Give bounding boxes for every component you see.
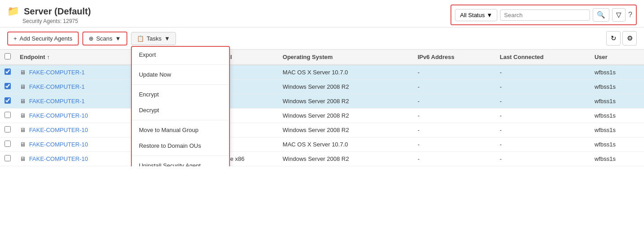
scans-button[interactable]: ⊕ Scans ▼: [82, 32, 127, 46]
header-right-controls: All Status ▼ 🔍 ▽ ?: [450, 5, 637, 25]
th-user[interactable]: User: [590, 50, 644, 65]
row-last-connected: -: [495, 123, 590, 137]
tasks-button-wrap: 📋 Tasks ▼ Export Update Now Encrypt Decr…: [131, 32, 176, 45]
row-checkbox[interactable]: [5, 155, 11, 161]
row-user: wfbss1s: [590, 152, 644, 166]
row-user: wfbss1s: [590, 65, 644, 80]
row-ipv6: -: [413, 109, 495, 123]
folder-icon: 📁: [7, 5, 19, 17]
header-left: 📁 Server (Default) Security Agents: 1297…: [7, 5, 91, 24]
tasks-menu-item-decrypt[interactable]: Decrypt: [132, 102, 229, 118]
endpoint-link[interactable]: FAKE-COMPUTER-1: [29, 69, 85, 76]
th-last-connected[interactable]: Last Connected: [495, 50, 590, 65]
endpoint-link[interactable]: FAKE-COMPUTER-10: [29, 127, 88, 133]
tasks-btn-label: Tasks: [147, 35, 162, 42]
search-input[interactable]: [504, 12, 576, 18]
row-os: MAC OS X Server 10.7.0: [278, 137, 413, 152]
chevron-down-icon: ▼: [486, 12, 492, 18]
refresh-button[interactable]: ↻: [606, 31, 621, 46]
row-user: wfbss1s: [590, 123, 644, 137]
endpoint-link[interactable]: FAKE-COMPUTER-1: [29, 98, 85, 105]
table-row: 🖥 FAKE-COMPUTER-10 Mac MAC OS X Server 1…: [0, 137, 644, 152]
row-last-connected: -: [495, 65, 590, 80]
search-input-wrap: [500, 9, 590, 21]
endpoint-link[interactable]: FAKE-COMPUTER-10: [29, 112, 88, 119]
settings-icon: ⚙: [627, 34, 633, 42]
row-checkbox[interactable]: [5, 141, 11, 147]
table-row: 🖥 FAKE-COMPUTER-1 Windows Windows Server…: [0, 94, 644, 109]
row-ipv6: -: [413, 65, 495, 80]
row-last-connected: -: [495, 152, 590, 166]
endpoint-link[interactable]: FAKE-COMPUTER-10: [29, 155, 88, 162]
tasks-chevron-icon: ▼: [164, 35, 170, 42]
row-last-connected: -: [495, 94, 590, 109]
row-os: Windows Server 2008 R2: [278, 94, 413, 109]
filter-button[interactable]: ▽: [612, 8, 626, 22]
tasks-menu-item-restore-domain[interactable]: Restore to Domain OUs: [132, 138, 229, 154]
status-dropdown[interactable]: All Status ▼: [455, 9, 497, 21]
row-checkbox[interactable]: [5, 83, 11, 89]
table-header-row: Endpoint ↑ Type Label Operating System I…: [0, 50, 644, 65]
help-icon: ?: [628, 11, 632, 18]
add-btn-label: Add Security Agents: [20, 35, 72, 42]
row-user: wfbss1s: [590, 94, 644, 109]
table-row: 🖥 FAKE-COMPUTER-1 Mac MAC OS X Server 10…: [0, 65, 644, 80]
th-os[interactable]: Operating System: [278, 50, 413, 65]
row-checkbox[interactable]: [5, 126, 11, 132]
table-row: 🖥 FAKE-COMPUTER-1 Windows Windows Server…: [0, 80, 644, 94]
row-checkbox-cell: [0, 94, 15, 109]
scans-btn-label: Scans: [96, 35, 113, 42]
tasks-menu-item-encrypt[interactable]: Encrypt: [132, 87, 229, 102]
row-checkbox-cell: [0, 109, 15, 123]
tasks-icon: 📋: [137, 35, 144, 42]
row-os: Windows Server 2008 R2: [278, 109, 413, 123]
computer-icon: 🖥: [20, 155, 26, 162]
th-ipv6[interactable]: IPv6 Address: [413, 50, 495, 65]
endpoint-link[interactable]: FAKE-COMPUTER-10: [29, 141, 88, 148]
tasks-menu-item-export[interactable]: Export: [132, 47, 229, 63]
row-last-connected: -: [495, 109, 590, 123]
settings-button[interactable]: ⚙: [622, 31, 637, 46]
tasks-menu-item-update-now[interactable]: Update Now: [132, 67, 229, 82]
th-checkbox: [0, 50, 15, 65]
scans-icon: ⊕: [89, 35, 94, 42]
tasks-button[interactable]: 📋 Tasks ▼: [131, 32, 176, 45]
sort-arrow-icon: ↑: [47, 54, 50, 60]
table-row: 🖥 FAKE-COMPUTER-10 Windows Offline x86 W…: [0, 152, 644, 166]
row-user: wfbss1s: [590, 137, 644, 152]
row-os: Windows Server 2008 R2: [278, 80, 413, 94]
row-ipv6: -: [413, 94, 495, 109]
status-dropdown-label: All Status: [460, 12, 485, 18]
help-button[interactable]: ?: [628, 11, 632, 19]
row-last-connected: -: [495, 137, 590, 152]
tasks-dropdown-menu: Export Update Now Encrypt Decrypt Move t…: [131, 46, 230, 167]
row-checkbox-cell: [0, 123, 15, 137]
toolbar-right: ↻ ⚙: [606, 31, 637, 46]
row-ipv6: -: [413, 137, 495, 152]
computer-icon: 🖥: [20, 69, 26, 76]
row-checkbox[interactable]: [5, 68, 11, 75]
row-user: wfbss1s: [590, 80, 644, 94]
select-all-checkbox[interactable]: [5, 53, 11, 59]
add-icon: +: [14, 35, 17, 42]
endpoint-link[interactable]: FAKE-COMPUTER-1: [29, 83, 85, 90]
toolbar-left: + Add Security Agents ⊕ Scans ▼ 📋 Tasks …: [7, 32, 176, 46]
row-ipv6: -: [413, 152, 495, 166]
search-button[interactable]: 🔍: [593, 8, 609, 22]
row-checkbox-cell: [0, 137, 15, 152]
row-checkbox[interactable]: [5, 97, 11, 104]
add-security-agents-button[interactable]: + Add Security Agents: [7, 32, 79, 46]
tasks-menu-item-move-to-manual[interactable]: Move to Manual Group: [132, 122, 229, 138]
header: 📁 Server (Default) Security Agents: 1297…: [0, 0, 644, 27]
row-ipv6: -: [413, 80, 495, 94]
refresh-icon: ↻: [611, 34, 617, 42]
scans-chevron-icon: ▼: [115, 35, 121, 42]
tasks-menu-item-uninstall[interactable]: Uninstall Security Agent: [132, 158, 229, 167]
row-checkbox[interactable]: [5, 112, 11, 118]
title-text: Server (Default): [24, 6, 91, 17]
search-icon: 🔍: [597, 11, 605, 19]
row-os: Windows Server 2008 R2: [278, 152, 413, 166]
row-user: wfbss1s: [590, 109, 644, 123]
security-agents-count: Security Agents: 12975: [23, 18, 91, 24]
row-checkbox-cell: [0, 152, 15, 166]
